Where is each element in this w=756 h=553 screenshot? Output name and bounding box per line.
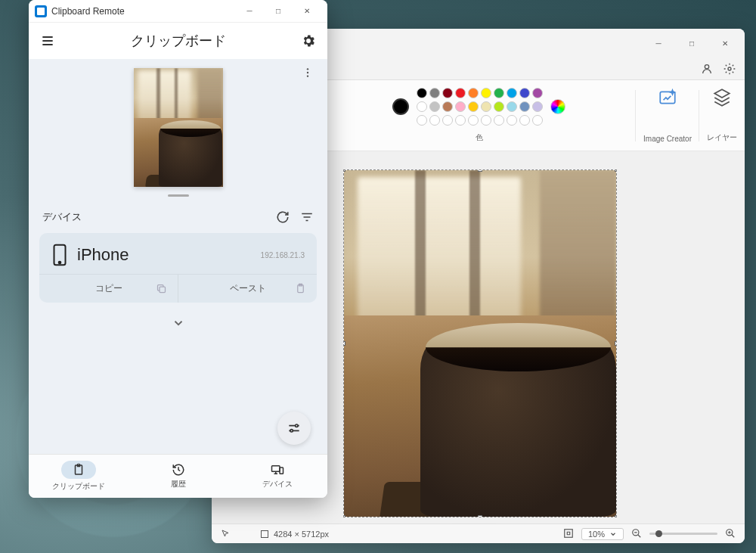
color-swatch[interactable] bbox=[442, 115, 453, 126]
photo-coffee-cup bbox=[344, 170, 616, 517]
copy-icon bbox=[156, 283, 167, 294]
svg-rect-16 bbox=[160, 287, 166, 293]
refresh-icon[interactable] bbox=[276, 210, 290, 224]
filter-icon[interactable] bbox=[300, 210, 314, 224]
resize-handle[interactable] bbox=[343, 169, 345, 172]
gear-icon[interactable] bbox=[300, 33, 317, 49]
color-swatch[interactable] bbox=[481, 101, 491, 112]
color-swatch[interactable] bbox=[507, 88, 517, 98]
drag-handle[interactable] bbox=[168, 194, 189, 197]
device-row[interactable]: iPhone 192.168.21.3 bbox=[39, 241, 317, 274]
color-swatch[interactable] bbox=[455, 88, 466, 98]
phone-icon bbox=[51, 244, 68, 266]
color-swatch[interactable] bbox=[507, 115, 517, 126]
nav-history[interactable]: 履歴 bbox=[129, 455, 228, 498]
ribbon-group-color: 色 bbox=[322, 83, 636, 148]
color-swatch[interactable] bbox=[532, 115, 543, 126]
cr-header: クリップボード bbox=[29, 23, 327, 59]
color-swatch[interactable] bbox=[455, 101, 466, 112]
zoom-out-icon[interactable] bbox=[631, 528, 642, 540]
minimize-button[interactable]: ─ bbox=[235, 1, 264, 22]
close-button[interactable]: ✕ bbox=[708, 31, 742, 55]
more-icon[interactable] bbox=[302, 67, 314, 82]
menu-icon[interactable] bbox=[39, 33, 56, 49]
fit-icon[interactable] bbox=[563, 528, 574, 540]
copy-button[interactable]: コピー bbox=[39, 275, 178, 303]
clipboard-thumbnail[interactable] bbox=[134, 68, 223, 187]
color-wheel-icon[interactable] bbox=[550, 99, 565, 114]
device-ip: 192.168.21.3 bbox=[261, 251, 305, 259]
maximize-button[interactable]: □ bbox=[264, 1, 293, 22]
settings-icon[interactable] bbox=[723, 63, 736, 75]
color-swatch[interactable] bbox=[468, 115, 479, 126]
devices-header: デバイス bbox=[29, 204, 327, 230]
color-swatch[interactable] bbox=[417, 101, 427, 112]
color-swatch[interactable] bbox=[429, 115, 440, 126]
zoom-select[interactable]: 10% bbox=[581, 528, 624, 540]
canvas-dimensions: 4284 × 5712px bbox=[260, 530, 329, 539]
color-swatch[interactable] bbox=[442, 101, 453, 112]
color-swatch[interactable] bbox=[429, 101, 440, 112]
minimize-button[interactable]: ─ bbox=[642, 31, 675, 55]
nav-devices[interactable]: デバイス bbox=[228, 455, 327, 498]
zoom-slider[interactable] bbox=[649, 533, 717, 535]
canvas-image[interactable] bbox=[343, 169, 617, 517]
resize-handle[interactable] bbox=[343, 341, 345, 346]
color-swatch[interactable] bbox=[468, 101, 479, 112]
resize-handle[interactable] bbox=[615, 515, 617, 517]
clipboard-preview bbox=[29, 59, 327, 204]
paste-button[interactable]: ペースト bbox=[178, 275, 317, 303]
resize-handle[interactable] bbox=[615, 341, 617, 346]
zoom-in-icon[interactable] bbox=[725, 528, 736, 540]
color-swatch[interactable] bbox=[519, 88, 530, 98]
color-swatch[interactable] bbox=[507, 101, 517, 112]
clipboard-remote-window: Clipboard Remote ─ □ ✕ クリップボード bbox=[29, 0, 327, 498]
user-icon[interactable] bbox=[701, 63, 713, 75]
color-swatch[interactable] bbox=[494, 101, 504, 112]
svg-point-11 bbox=[307, 68, 308, 70]
devices-label: デバイス bbox=[42, 210, 82, 224]
ribbon-label-layer: レイヤー bbox=[707, 132, 737, 143]
sparkle-image-icon bbox=[658, 88, 677, 107]
color-palette bbox=[417, 88, 543, 126]
svg-point-1 bbox=[705, 64, 708, 68]
color-swatch[interactable] bbox=[442, 88, 453, 98]
resize-handle[interactable] bbox=[478, 515, 482, 517]
color-swatch[interactable] bbox=[481, 88, 491, 98]
resize-handle[interactable] bbox=[615, 169, 617, 172]
close-button[interactable]: ✕ bbox=[293, 1, 321, 22]
primary-color-swatch[interactable] bbox=[392, 98, 409, 115]
cr-body: デバイス iPhone 192.168.21.3 コピー ペースト bbox=[29, 59, 327, 454]
color-swatch[interactable] bbox=[455, 115, 466, 126]
color-swatch[interactable] bbox=[532, 88, 543, 98]
clipboard-icon bbox=[72, 463, 85, 477]
ribbon-group-imagecreator[interactable]: Image Creator bbox=[636, 83, 699, 148]
svg-point-15 bbox=[59, 262, 61, 264]
color-swatch[interactable] bbox=[417, 88, 427, 98]
color-swatch[interactable] bbox=[532, 101, 543, 112]
nav-clipboard[interactable]: クリップボード bbox=[29, 455, 129, 498]
expand-button[interactable] bbox=[29, 306, 327, 343]
color-swatch[interactable] bbox=[468, 88, 479, 98]
color-swatch[interactable] bbox=[417, 115, 427, 126]
ribbon-group-layer[interactable]: レイヤー bbox=[699, 83, 745, 148]
chevron-down-icon bbox=[172, 316, 185, 330]
svg-rect-20 bbox=[272, 466, 280, 472]
color-swatch[interactable] bbox=[519, 115, 530, 126]
svg-point-18 bbox=[296, 424, 298, 427]
resize-handle[interactable] bbox=[343, 515, 345, 517]
maximize-button[interactable]: □ bbox=[675, 31, 708, 55]
paint-statusbar: 4284 × 5712px 10% bbox=[212, 523, 745, 543]
device-name: iPhone bbox=[77, 245, 261, 265]
tune-fab[interactable] bbox=[277, 412, 311, 445]
svg-point-12 bbox=[307, 72, 308, 73]
color-swatch[interactable] bbox=[494, 88, 504, 98]
svg-point-19 bbox=[290, 430, 293, 432]
layers-icon bbox=[712, 88, 732, 107]
color-swatch[interactable] bbox=[519, 101, 530, 112]
resize-handle[interactable] bbox=[478, 169, 482, 172]
color-swatch[interactable] bbox=[481, 115, 491, 126]
color-swatch[interactable] bbox=[494, 115, 504, 126]
color-swatch[interactable] bbox=[429, 88, 440, 98]
cursor-tool-icon bbox=[221, 529, 230, 539]
